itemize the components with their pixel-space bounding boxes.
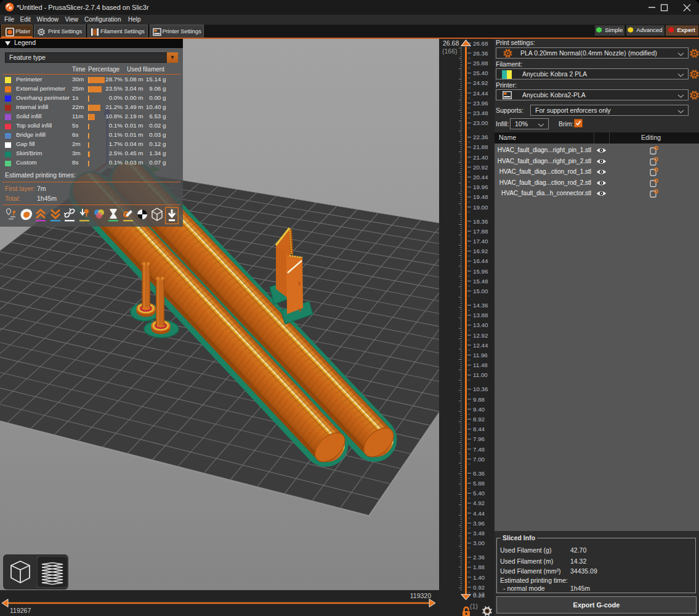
svg-text:16.92: 16.92 [473, 248, 488, 254]
svg-text:26.68: 26.68 [443, 39, 459, 47]
svg-text:119320: 119320 [410, 592, 431, 599]
svg-text:15.96: 15.96 [473, 268, 488, 275]
svg-text:5.40: 5.40 [473, 490, 485, 496]
svg-text:1.88: 1.88 [473, 564, 485, 570]
svg-text:119267: 119267 [10, 607, 31, 614]
svg-text:24.92: 24.92 [473, 79, 488, 86]
svg-text:10.36: 10.36 [473, 386, 488, 392]
svg-text:5.88: 5.88 [473, 480, 485, 487]
svg-text:21.40: 21.40 [473, 154, 488, 161]
svg-text:6.36: 6.36 [473, 470, 485, 477]
svg-text:7.00: 7.00 [473, 456, 485, 463]
svg-text:25.88: 25.88 [473, 60, 488, 67]
svg-text:23.48: 23.48 [473, 110, 488, 116]
svg-text:13.40: 13.40 [473, 322, 488, 328]
svg-text:12.92: 12.92 [473, 332, 488, 339]
svg-text:12.44: 12.44 [473, 342, 488, 349]
svg-text:7.48: 7.48 [473, 446, 485, 453]
svg-text:8.44: 8.44 [473, 426, 485, 432]
svg-text:15.48: 15.48 [473, 278, 488, 285]
svg-text:17.40: 17.40 [473, 238, 488, 245]
svg-text:18.36: 18.36 [473, 218, 488, 225]
svg-text:11.00: 11.00 [473, 371, 488, 378]
svg-text:4.44: 4.44 [473, 510, 485, 517]
svg-text:0.12: 0.12 [473, 591, 485, 598]
svg-text:11.48: 11.48 [473, 362, 488, 368]
svg-text:3.48: 3.48 [473, 530, 485, 537]
svg-text:24.44: 24.44 [473, 90, 488, 97]
svg-text:26.68: 26.68 [473, 40, 488, 47]
svg-text:2.36: 2.36 [473, 554, 485, 561]
svg-text:19.96: 19.96 [473, 184, 488, 190]
svg-text:3.00: 3.00 [473, 540, 485, 546]
svg-text:(166): (166) [442, 47, 458, 55]
svg-text:23.00: 23.00 [473, 120, 488, 126]
svg-text:20.92: 20.92 [473, 164, 488, 171]
svg-text:1.40: 1.40 [473, 574, 485, 581]
svg-text:21.88: 21.88 [473, 144, 488, 150]
svg-text:19.00: 19.00 [473, 204, 488, 211]
svg-text:11.96: 11.96 [473, 352, 488, 359]
svg-text:0.92: 0.92 [473, 584, 485, 591]
svg-text:23.96: 23.96 [473, 100, 488, 107]
svg-text:4.92: 4.92 [473, 500, 485, 506]
svg-text:9.88: 9.88 [473, 396, 485, 403]
svg-text:26.36: 26.36 [473, 50, 488, 57]
svg-text:15.00: 15.00 [473, 288, 488, 294]
svg-text:8.92: 8.92 [473, 416, 485, 423]
svg-text:25.40: 25.40 [473, 70, 488, 76]
svg-text:22.36: 22.36 [473, 134, 488, 140]
svg-text:17.88: 17.88 [473, 228, 488, 235]
svg-text:19.48: 19.48 [473, 193, 488, 200]
svg-text:9.40: 9.40 [473, 406, 485, 413]
svg-text:13.88: 13.88 [473, 312, 488, 318]
svg-text:14.36: 14.36 [473, 302, 488, 309]
svg-text:7.96: 7.96 [473, 436, 485, 442]
svg-text:16.44: 16.44 [473, 257, 488, 264]
svg-text:3.96: 3.96 [473, 520, 485, 527]
svg-text:(1): (1) [470, 602, 478, 610]
svg-text:20.44: 20.44 [473, 174, 488, 180]
